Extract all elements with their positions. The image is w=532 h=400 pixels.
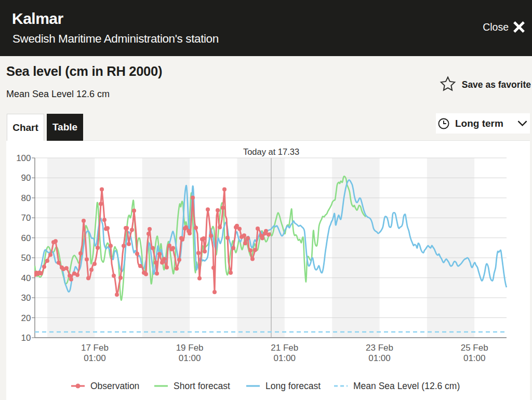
svg-text:90: 90 — [21, 173, 31, 183]
svg-text:19 Feb: 19 Feb — [176, 343, 204, 353]
svg-text:01:00: 01:00 — [84, 353, 106, 363]
svg-text:Short forecast: Short forecast — [174, 381, 230, 391]
svg-text:Mean Sea Level (12.6 cm): Mean Sea Level (12.6 cm) — [353, 381, 460, 391]
svg-text:10: 10 — [21, 333, 31, 343]
svg-text:Long forecast: Long forecast — [265, 381, 321, 391]
svg-text:60: 60 — [21, 233, 31, 243]
svg-text:01:00: 01:00 — [368, 353, 391, 363]
svg-text:01:00: 01:00 — [179, 353, 201, 363]
svg-text:80: 80 — [21, 193, 31, 203]
svg-text:30: 30 — [21, 293, 31, 303]
svg-text:23 Feb: 23 Feb — [366, 343, 393, 353]
svg-text:70: 70 — [21, 213, 31, 223]
svg-text:01:00: 01:00 — [463, 353, 486, 363]
svg-text:100: 100 — [16, 153, 31, 163]
svg-text:40: 40 — [21, 273, 31, 283]
svg-text:20: 20 — [21, 313, 31, 323]
svg-text:21 Feb: 21 Feb — [271, 343, 298, 353]
svg-text:17 Feb: 17 Feb — [81, 343, 109, 353]
svg-text:Observation: Observation — [90, 381, 139, 391]
svg-text:01:00: 01:00 — [274, 353, 296, 363]
svg-text:50: 50 — [21, 253, 31, 263]
svg-text:25 Feb: 25 Feb — [461, 343, 488, 353]
svg-text:Today at 17.33: Today at 17.33 — [243, 147, 299, 156]
